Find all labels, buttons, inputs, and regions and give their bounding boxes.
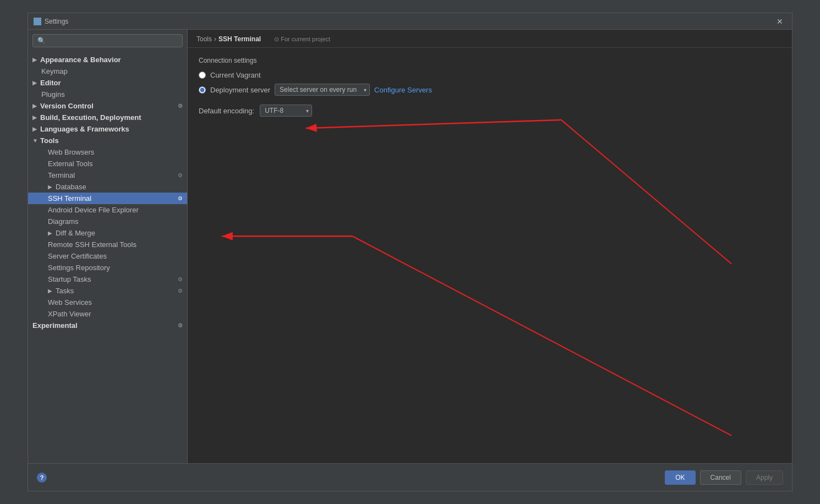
settings-icon: ⚙ xyxy=(178,322,183,328)
arrow-icon: ▶ xyxy=(32,103,38,109)
project-note: ⊙ For current project xyxy=(274,36,330,43)
encoding-select-wrapper: UTF-8 ISO-8859-1 US-ASCII UTF-16 xyxy=(260,105,312,117)
arrow-icon: ▶ xyxy=(32,57,38,63)
radio-deployment-label: Deployment server xyxy=(210,86,270,94)
arrow-icon: ▶ xyxy=(48,184,53,190)
encoding-row: Default encoding: UTF-8 ISO-8859-1 US-AS… xyxy=(199,105,781,117)
sidebar-item-label: Database xyxy=(56,183,86,191)
sidebar-item-label: Tools xyxy=(40,136,59,145)
close-button[interactable]: ✕ xyxy=(773,16,786,27)
sidebar-item-label: Editor xyxy=(40,79,61,87)
help-button[interactable]: ? xyxy=(37,473,47,483)
sidebar-item-label: Terminal xyxy=(48,171,75,179)
breadcrumb-current: SSH Terminal xyxy=(218,35,261,43)
server-dropdown[interactable]: Select server on every run Custom server xyxy=(275,84,370,96)
sidebar-item-label: Appearance & Behavior xyxy=(40,56,121,64)
sidebar-item-experimental[interactable]: Experimental ⚙ xyxy=(28,320,187,331)
breadcrumb-parent: Tools xyxy=(196,35,212,43)
sidebar-item-tools[interactable]: ▼ Tools xyxy=(28,135,187,146)
sidebar-item-web-browsers[interactable]: Web Browsers xyxy=(28,146,187,158)
sidebar-item-terminal[interactable]: Terminal ⚙ xyxy=(28,169,187,181)
search-icon: 🔍 xyxy=(37,37,46,45)
bottom-bar: ? OK Cancel Apply xyxy=(28,463,792,491)
app-icon xyxy=(34,18,41,25)
sidebar-item-ssh-terminal[interactable]: SSH Terminal ⚙ xyxy=(28,193,187,204)
radio-vagrant-label: Current Vagrant xyxy=(210,71,261,79)
settings-icon: ⚙ xyxy=(178,172,183,178)
sidebar-item-settings-repo[interactable]: Settings Repository xyxy=(28,262,187,273)
svg-line-3 xyxy=(561,120,731,264)
arrow-icon: ▶ xyxy=(32,114,38,120)
sidebar-item-startup-tasks[interactable]: Startup Tasks ⚙ xyxy=(28,273,187,285)
arrow-icon: ▶ xyxy=(48,230,53,236)
search-box[interactable]: 🔍 xyxy=(32,34,183,47)
server-select-wrapper: Select server on every run Custom server xyxy=(275,84,370,96)
sidebar-item-label: Plugins xyxy=(41,90,65,98)
cancel-button[interactable]: Cancel xyxy=(700,470,741,485)
radio-row-deployment: Deployment server Select server on every… xyxy=(199,84,781,96)
sidebar-item-label: Diff & Merge xyxy=(56,229,95,237)
sidebar-item-diff-merge[interactable]: ▶ Diff & Merge xyxy=(28,227,187,239)
sidebar-item-server-certs[interactable]: Server Certificates xyxy=(28,250,187,262)
sidebar-item-diagrams[interactable]: Diagrams xyxy=(28,216,187,227)
sidebar-item-label: Experimental xyxy=(32,321,78,330)
settings-icon: ⚙ xyxy=(178,103,183,109)
encoding-dropdown[interactable]: UTF-8 ISO-8859-1 US-ASCII UTF-16 xyxy=(260,105,312,117)
sidebar-item-database[interactable]: ▶ Database xyxy=(28,181,187,193)
nav-tree: ▶ Appearance & Behavior Keymap ▶ Editor … xyxy=(28,52,187,463)
arrow-icon: ▶ xyxy=(48,288,53,294)
sidebar-item-label: Languages & Frameworks xyxy=(40,125,129,133)
sidebar-item-label: Build, Execution, Deployment xyxy=(40,113,141,122)
sidebar-item-plugins[interactable]: Plugins xyxy=(28,89,187,100)
settings-icon: ⚙ xyxy=(178,276,183,282)
sidebar-item-label: Tasks xyxy=(56,287,74,295)
sidebar-item-label: Startup Tasks xyxy=(48,275,91,283)
bottom-left: ? xyxy=(37,473,47,483)
svg-line-2 xyxy=(306,120,561,128)
sidebar-item-label: Settings Repository xyxy=(48,264,110,272)
sidebar-item-external-tools[interactable]: External Tools xyxy=(28,158,187,169)
sidebar: 🔍 ▶ Appearance & Behavior Keymap ▶ Edito… xyxy=(28,30,188,463)
search-input[interactable] xyxy=(48,37,178,45)
sidebar-item-keymap[interactable]: Keymap xyxy=(28,65,187,77)
section-title: Connection settings xyxy=(199,57,781,64)
svg-line-5 xyxy=(352,236,731,435)
radio-vagrant[interactable] xyxy=(199,72,206,79)
arrow-icon: ▼ xyxy=(32,138,38,144)
sidebar-item-label: Diagrams xyxy=(48,217,79,226)
sidebar-item-label: Web Browsers xyxy=(48,148,94,156)
window-title: Settings xyxy=(45,18,773,25)
sidebar-item-label: SSH Terminal xyxy=(48,194,91,202)
arrow-icon: ▶ xyxy=(32,80,38,86)
sidebar-item-version-control[interactable]: ▶ Version Control ⚙ xyxy=(28,100,187,112)
sidebar-item-tasks[interactable]: ▶ Tasks ⚙ xyxy=(28,285,187,297)
sidebar-item-editor[interactable]: ▶ Editor xyxy=(28,77,187,89)
main-panel: Tools › SSH Terminal ⊙ For current proje… xyxy=(188,30,792,463)
sidebar-item-label: Version Control xyxy=(40,102,94,110)
sidebar-item-label: Remote SSH External Tools xyxy=(48,240,136,249)
configure-servers-link[interactable]: Configure Servers xyxy=(374,86,432,94)
settings-icon: ⚙ xyxy=(178,288,183,294)
sidebar-item-label: XPath Viewer xyxy=(48,310,91,318)
sidebar-item-remote-ssh[interactable]: Remote SSH External Tools xyxy=(28,239,187,250)
sidebar-item-web-services[interactable]: Web Services xyxy=(28,297,187,308)
sidebar-item-label: Web Services xyxy=(48,298,92,306)
sidebar-item-languages[interactable]: ▶ Languages & Frameworks xyxy=(28,123,187,135)
sidebar-item-label: Keymap xyxy=(41,67,68,75)
sidebar-item-label: Server Certificates xyxy=(48,252,107,260)
sidebar-item-xpath-viewer[interactable]: XPath Viewer xyxy=(28,308,187,320)
ok-button[interactable]: OK xyxy=(665,470,695,485)
sidebar-item-android-device[interactable]: Android Device File Explorer xyxy=(28,204,187,216)
radio-deployment[interactable] xyxy=(199,86,206,94)
breadcrumb: Tools › SSH Terminal ⊙ For current proje… xyxy=(188,30,792,48)
sidebar-item-label: Android Device File Explorer xyxy=(48,206,139,214)
sidebar-item-appearance[interactable]: ▶ Appearance & Behavior xyxy=(28,54,187,65)
apply-button[interactable]: Apply xyxy=(746,470,783,485)
settings-icon: ⚙ xyxy=(178,195,183,201)
sidebar-item-build[interactable]: ▶ Build, Execution, Deployment xyxy=(28,112,187,123)
settings-panel: Connection settings Current Vagrant Depl… xyxy=(188,48,792,463)
breadcrumb-separator: › xyxy=(214,35,216,43)
encoding-label: Default encoding: xyxy=(199,107,254,115)
main-content: 🔍 ▶ Appearance & Behavior Keymap ▶ Edito… xyxy=(28,30,792,463)
titlebar: Settings ✕ xyxy=(28,13,792,30)
